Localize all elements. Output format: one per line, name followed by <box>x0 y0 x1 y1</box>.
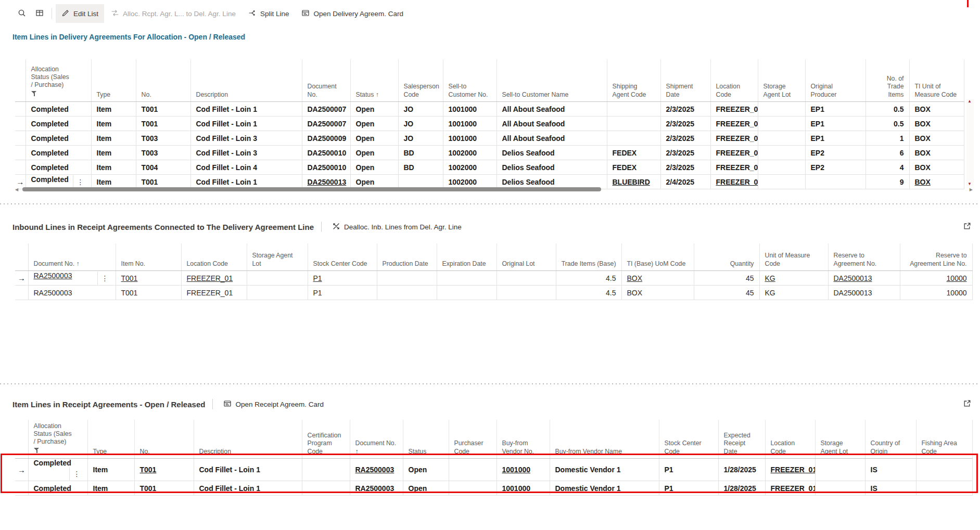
cell[interactable]: EP2 <box>805 146 866 160</box>
open-in-new-window-icon[interactable] <box>962 398 973 410</box>
column-header[interactable]: Expected Receipt Date <box>718 420 765 459</box>
row-menu-button[interactable]: ⋮ <box>69 467 82 481</box>
row-selector[interactable] <box>15 117 26 131</box>
column-header[interactable]: Shipment Date <box>660 59 710 102</box>
cell[interactable]: RA2500003 <box>350 459 403 481</box>
cell[interactable]: Completed⋮ <box>28 459 87 481</box>
column-header[interactable]: Document No. ↑ <box>28 243 116 271</box>
cell[interactable]: Open <box>350 160 398 175</box>
cell[interactable]: DA2500013 <box>828 271 900 286</box>
cell[interactable] <box>607 102 660 117</box>
cell[interactable]: FREEZER_01 <box>710 117 758 131</box>
column-header[interactable]: Quantity <box>694 243 759 271</box>
column-header[interactable]: Shipping Agent Code <box>607 59 660 102</box>
cell[interactable] <box>377 271 437 286</box>
cell[interactable]: All About Seafood <box>497 117 607 131</box>
cell[interactable]: DA2500009 <box>302 131 350 146</box>
cell[interactable]: Completed <box>26 102 91 117</box>
cell[interactable]: FREEZER_01 <box>710 102 758 117</box>
cell[interactable]: BOX <box>909 131 964 146</box>
cell[interactable]: KG <box>759 271 828 286</box>
column-header[interactable]: Original Lot <box>497 243 556 271</box>
column-header[interactable]: Reserve to Agreement No. <box>828 243 900 271</box>
row-selector[interactable] <box>15 286 28 300</box>
cell[interactable]: P1 <box>659 481 718 496</box>
cell[interactable]: 10000 <box>900 271 972 286</box>
cell[interactable]: T001 <box>134 481 194 496</box>
cell[interactable]: P1 <box>308 286 377 300</box>
cell[interactable]: BOX <box>909 102 964 117</box>
cell[interactable]: FREEZER_01 <box>710 131 758 146</box>
column-header[interactable]: Location Code <box>710 59 758 102</box>
column-header[interactable]: Reserve to Agreement Line No. <box>900 243 972 271</box>
cell[interactable] <box>758 146 805 160</box>
cell[interactable]: 4 <box>866 160 909 175</box>
column-header[interactable]: Sell-to Customer Name <box>497 59 607 102</box>
column-header[interactable]: Unit of Measure Code <box>759 243 828 271</box>
cell[interactable]: 1/28/2025 <box>718 481 765 496</box>
column-header[interactable]: Stock Center Code <box>308 243 377 271</box>
scroll-right-icon[interactable]: ▶ <box>970 187 973 192</box>
cell[interactable]: FREEZER_02 <box>710 146 758 160</box>
row-selector[interactable] <box>15 102 26 117</box>
column-header[interactable]: Status ↑ <box>350 59 398 102</box>
column-header[interactable]: Certification Program Code <box>302 420 350 459</box>
cell[interactable]: T003 <box>136 131 190 146</box>
cell[interactable]: FREEZER_01 <box>765 459 815 481</box>
column-header[interactable]: Buy-from Vendor Name <box>550 420 659 459</box>
cell[interactable]: 2/3/2025 <box>660 102 710 117</box>
cell[interactable]: Open <box>350 117 398 131</box>
horizontal-scrollbar[interactable]: ◀ ▶ <box>15 186 973 193</box>
column-header[interactable]: Storage Agent Lot <box>815 420 865 459</box>
cell[interactable]: T003 <box>136 146 190 160</box>
cell[interactable]: Completed <box>26 131 91 146</box>
column-header[interactable]: Expiration Date <box>437 243 497 271</box>
cell[interactable]: T001 <box>136 117 190 131</box>
cell[interactable]: BOX <box>909 117 964 131</box>
open-delivery-card-button[interactable]: Open Delivery Agreem. Card <box>296 4 409 23</box>
cell[interactable]: DA2500010 <box>302 160 350 175</box>
cell[interactable]: P1 <box>308 271 377 286</box>
column-header[interactable]: Country of Origin <box>865 420 916 459</box>
cell[interactable]: 4.5 <box>556 286 621 300</box>
cell[interactable]: Open <box>350 146 398 160</box>
receipt-part-title[interactable]: Item Lines in Receipt Agreements - Open … <box>12 400 205 409</box>
cell[interactable] <box>247 271 308 286</box>
column-header[interactable]: Stock Center Code <box>659 420 718 459</box>
column-header[interactable]: Buy-from Vendor No. <box>497 420 550 459</box>
cell[interactable]: Delios Seafood <box>497 160 607 175</box>
cell[interactable]: Item <box>91 131 136 146</box>
column-header[interactable]: Location Code <box>181 243 247 271</box>
open-receipt-card-button[interactable]: Open Receipt Agreem. Card <box>220 397 327 411</box>
scroll-left-icon[interactable]: ◀ <box>15 187 18 192</box>
dealloc-inb-lines-button[interactable]: Dealloc. Inb. Lines from Del. Agr. Line <box>329 220 465 234</box>
cell[interactable]: 2/3/2025 <box>660 131 710 146</box>
cell[interactable]: Open <box>403 481 449 496</box>
cell[interactable]: T001 <box>134 459 194 481</box>
cell[interactable]: Cod Fillet - Loin 1 <box>194 459 302 481</box>
cell[interactable]: Domestic Vendor 1 <box>550 459 659 481</box>
cell[interactable]: 1001000 <box>497 481 550 496</box>
cell[interactable]: 0.5 <box>866 102 909 117</box>
cell[interactable] <box>437 286 497 300</box>
cell[interactable]: Cod Fillet - Loin 1 <box>190 102 302 117</box>
cell[interactable] <box>758 117 805 131</box>
cell[interactable] <box>449 459 497 481</box>
cell[interactable] <box>758 102 805 117</box>
column-header[interactable]: Trade Items (Base) <box>556 243 621 271</box>
cell[interactable] <box>607 117 660 131</box>
cell[interactable]: 1001000 <box>443 117 497 131</box>
column-header[interactable]: Production Date <box>377 243 437 271</box>
cell[interactable]: 1002000 <box>443 160 497 175</box>
row-selector[interactable] <box>15 131 26 146</box>
cell[interactable]: EP1 <box>805 102 866 117</box>
cell[interactable]: Open <box>350 131 398 146</box>
column-header[interactable]: Sell-to Customer No. <box>443 59 497 102</box>
cell[interactable]: KG <box>759 286 828 300</box>
cell[interactable]: 2/3/2025 <box>660 160 710 175</box>
cell[interactable] <box>607 131 660 146</box>
cell[interactable]: 6 <box>866 146 909 160</box>
column-header[interactable]: Type <box>91 59 136 102</box>
column-header[interactable]: Allocation Status (Sales / Purchase) <box>28 420 87 459</box>
edit-list-button[interactable]: Edit List <box>56 4 104 23</box>
